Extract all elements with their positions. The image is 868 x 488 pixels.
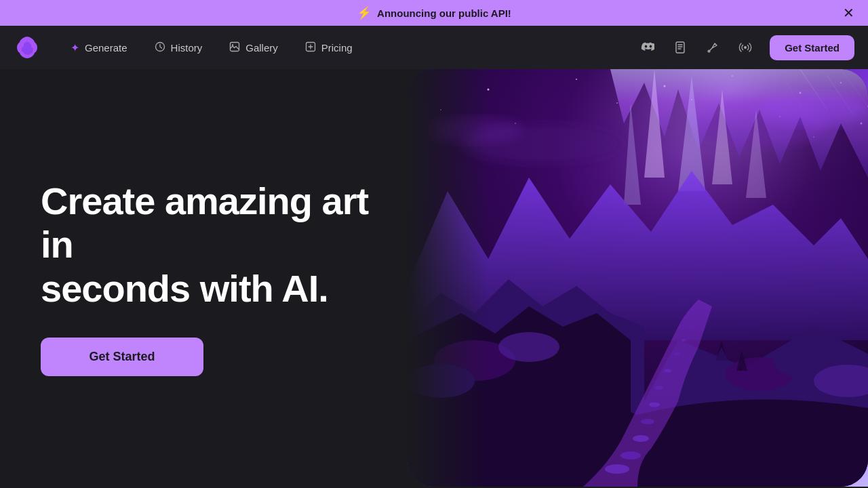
svg-point-35 [641, 419, 654, 424]
nav-item-pricing[interactable]: Pricing [292, 36, 366, 60]
svg-point-37 [654, 386, 664, 390]
banner-text: Announcing our public API! [377, 7, 511, 19]
banner-close-button[interactable]: ✕ [843, 6, 854, 20]
hero-cta-button[interactable]: Get Started [41, 338, 203, 376]
lightning-icon: ⚡ [357, 5, 372, 20]
nav-item-gallery[interactable]: Gallery [216, 36, 292, 60]
nav-label-gallery: Gallery [245, 42, 278, 54]
nav-item-generate[interactable]: ✦ Generate [57, 36, 141, 60]
hero-heading: Create amazing art inseconds with AI. [41, 180, 380, 310]
svg-point-17 [616, 102, 618, 104]
nav-item-history[interactable]: History [141, 36, 216, 60]
svg-point-38 [664, 369, 672, 373]
svg-point-2 [232, 44, 233, 45]
svg-point-32 [605, 464, 629, 474]
nav-links: ✦ Generate History Gallery [57, 36, 634, 60]
tool-button[interactable] [699, 34, 726, 61]
announcement-banner: ⚡ Announcing our public API! ✕ [0, 0, 868, 26]
discord-button[interactable] [634, 34, 661, 61]
svg-point-41 [688, 326, 693, 328]
svg-point-6 [744, 46, 747, 49]
pricing-icon [305, 41, 316, 54]
svg-point-36 [649, 403, 660, 407]
navbar-get-started-button[interactable]: Get Started [770, 35, 854, 60]
svg-rect-4 [676, 42, 684, 53]
broadcast-button[interactable] [732, 34, 759, 61]
svg-point-39 [673, 352, 680, 355]
logo[interactable] [14, 34, 41, 61]
nav-right: Get Started [634, 34, 854, 61]
history-icon [155, 41, 165, 54]
hero-heading-line1: Create amazing art inseconds with AI. [41, 180, 368, 310]
art-scene [407, 69, 868, 487]
svg-point-33 [620, 451, 641, 460]
hero-image [407, 69, 868, 487]
gallery-icon [229, 41, 240, 54]
nav-label-generate: Generate [85, 42, 127, 54]
main-content: Create amazing art inseconds with AI. Ge… [0, 69, 868, 487]
svg-point-11 [576, 79, 577, 80]
svg-point-44 [498, 332, 559, 362]
nav-label-pricing: Pricing [321, 42, 353, 54]
nav-label-history: History [171, 42, 203, 54]
navbar: ✦ Generate History Gallery [0, 26, 868, 69]
docs-button[interactable] [667, 34, 694, 61]
svg-point-34 [633, 435, 649, 442]
svg-point-40 [681, 339, 686, 342]
generate-icon: ✦ [71, 41, 79, 54]
hero-section: Create amazing art inseconds with AI. Ge… [0, 69, 420, 487]
